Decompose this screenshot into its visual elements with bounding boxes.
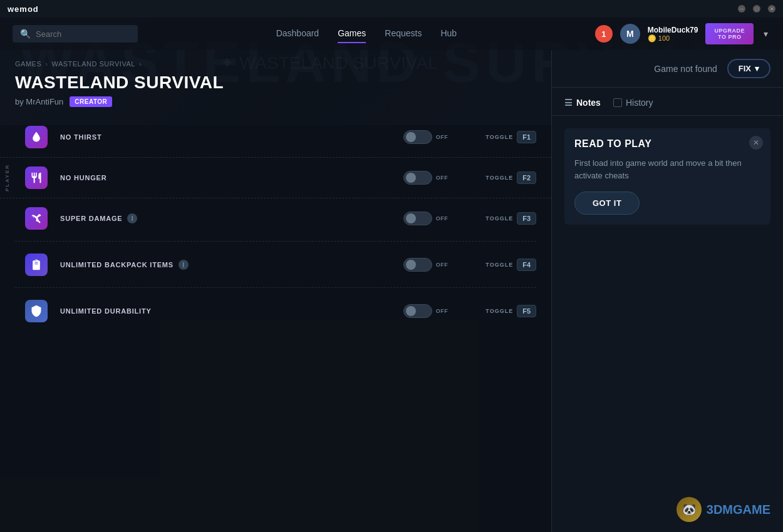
cheat-icon-unlimited-durability (25, 300, 48, 322)
chevron-down-icon[interactable]: ▾ (761, 26, 770, 41)
cheat-no-hunger: NO HUNGER OFF TOGGLE F2 (0, 158, 551, 198)
cheat-super-damage: SUPER DAMAGE i OFF TOGGLE F3 (0, 198, 551, 238)
food-icon (30, 171, 43, 184)
cheats-group-player: PLAYER NO THIRST OFF TOGGLE (0, 117, 551, 238)
got-it-button[interactable]: GOT IT (574, 192, 640, 215)
info-badge-super-damage[interactable]: i (127, 213, 137, 223)
cheat-unlimited-backpack: UNLIMITED BACKPACK ITEMS i OFF TOGGLE F4 (0, 245, 551, 285)
titlebar: wemod ─ □ ✕ (0, 0, 783, 18)
coin-icon: 🪙 (648, 34, 656, 43)
toggle-label-super-damage: OFF (436, 215, 449, 222)
rtp-title: READ TO PLAY (574, 138, 760, 150)
toggle-knob (406, 213, 416, 223)
watermark-text: 3DMGAME (707, 503, 770, 517)
navbar: 🔍 Dashboard Games Requests Hub 1 M Mobil… (0, 18, 783, 50)
user-name: MobileDuck79 (648, 26, 698, 34)
search-box[interactable]: 🔍 (13, 25, 138, 43)
hotkey-label-unlimited-durability: TOGGLE (485, 308, 513, 314)
toggle-no-thirst[interactable] (403, 130, 432, 144)
panel-tabs: ☰ Notes History (552, 88, 783, 116)
cheat-name-unlimited-durability: UNLIMITED DURABILITY (60, 307, 391, 315)
toggle-group-unlimited-durability: OFF (403, 304, 449, 318)
toggle-label-no-hunger: OFF (436, 175, 449, 181)
tab-history-label: History (626, 98, 653, 108)
toggle-label-no-thirst: OFF (436, 134, 449, 140)
game-status-bar: Game not found FIX ▾ (552, 50, 783, 88)
toggle-super-damage[interactable] (403, 212, 432, 225)
search-icon: 🔍 (20, 29, 31, 39)
hotkey-key-no-thirst[interactable]: F1 (517, 131, 536, 143)
upgrade-button[interactable]: UPGRADE TO PRO (705, 23, 754, 44)
toggle-unlimited-durability[interactable] (403, 304, 432, 318)
toggle-unlimited-backpack[interactable] (403, 258, 432, 272)
breadcrumb-separator-2: › (139, 60, 142, 68)
cheat-name-unlimited-backpack: UNLIMITED BACKPACK ITEMS i (60, 260, 391, 270)
notes-icon: ☰ (564, 98, 573, 108)
nav-links: Dashboard Games Requests Hub (276, 24, 457, 43)
creator-badge: CREATOR (70, 96, 112, 107)
game-author: by MrAntiFun CREATOR (15, 96, 536, 107)
cheat-name-super-damage: SUPER DAMAGE i (60, 213, 391, 223)
hotkey-group-super-damage: TOGGLE F3 (485, 212, 536, 225)
toggle-group-super-damage: OFF (403, 212, 449, 225)
nav-requests[interactable]: Requests (385, 24, 422, 43)
cheats-group-inventory: UNLIMITED BACKPACK ITEMS i OFF TOGGLE F4 (0, 245, 551, 285)
toggle-knob (406, 132, 416, 142)
tab-notes[interactable]: ☰ Notes (564, 98, 601, 108)
breadcrumb-games[interactable]: GAMES (15, 60, 41, 68)
tab-history[interactable]: History (613, 98, 653, 108)
cheats-container: PLAYER NO THIRST OFF TOGGLE (0, 117, 551, 331)
toggle-label-unlimited-backpack: OFF (436, 262, 449, 268)
chevron-down-icon-fix: ▾ (755, 64, 759, 73)
left-panel: GAMES › WASTELAND SURVIVAL › WASTELAND S… (0, 50, 551, 532)
hotkey-key-unlimited-backpack[interactable]: F4 (517, 258, 536, 271)
cheats-group-durability: UNLIMITED DURABILITY OFF TOGGLE F5 (0, 291, 551, 331)
cheat-icon-super-damage (25, 207, 48, 230)
rtp-close-button[interactable]: ✕ (749, 136, 763, 150)
nav-right: 1 M MobileDuck79 🪙 100 UPGRADE TO PRO ▾ (595, 23, 770, 44)
cheat-name-no-hunger: NO HUNGER (60, 174, 391, 182)
avatar[interactable]: M (620, 24, 640, 44)
cheat-name-no-thirst: NO THIRST (60, 133, 391, 141)
nav-games[interactable]: Games (338, 24, 366, 43)
toggle-group-unlimited-backpack: OFF (403, 258, 449, 272)
app-logo: wemod (8, 4, 39, 14)
breadcrumb: GAMES › WASTELAND SURVIVAL › (0, 50, 551, 68)
cheat-no-thirst: NO THIRST OFF TOGGLE F1 (0, 117, 551, 158)
watermark-logo: 🐼 (677, 497, 702, 522)
cheat-icon-no-hunger (25, 166, 48, 189)
user-coins: 🪙 100 (648, 34, 698, 43)
section-divider-1 (15, 241, 536, 242)
hotkey-label-no-thirst: TOGGLE (485, 134, 513, 140)
breadcrumb-game-name[interactable]: WASTELAND SURVIVAL (51, 60, 135, 68)
minimize-button[interactable]: ─ (738, 5, 745, 13)
game-title: WASTELAND SURVIVAL (15, 73, 536, 93)
nav-hub[interactable]: Hub (440, 24, 457, 43)
nav-dashboard[interactable]: Dashboard (276, 24, 319, 43)
watermark: 🐼 3DMGAME (677, 497, 770, 522)
cheat-unlimited-durability: UNLIMITED DURABILITY OFF TOGGLE F5 (0, 291, 551, 331)
notification-badge[interactable]: 1 (595, 25, 613, 43)
droplet-icon (30, 131, 43, 143)
backpack-icon (30, 258, 43, 271)
toggle-no-hunger[interactable] (403, 171, 432, 185)
section-divider-2 (15, 287, 536, 289)
fix-button[interactable]: FIX ▾ (727, 59, 770, 78)
sword-icon (30, 212, 43, 225)
toggle-label-unlimited-durability: OFF (436, 308, 449, 314)
toggle-group-no-thirst: OFF (403, 130, 449, 144)
hotkey-group-no-thirst: TOGGLE F1 (485, 131, 536, 143)
hotkey-key-super-damage[interactable]: F3 (517, 212, 536, 225)
hotkey-label-super-damage: TOGGLE (485, 215, 513, 222)
close-button[interactable]: ✕ (768, 5, 775, 13)
game-title-section: WASTELAND SURVIVAL by MrAntiFun CREATOR (0, 68, 551, 117)
maximize-button[interactable]: □ (753, 5, 760, 13)
info-badge-unlimited-backpack[interactable]: i (179, 260, 189, 270)
hotkey-key-unlimited-durability[interactable]: F5 (517, 305, 536, 317)
rtp-description: First load into game world and move a bi… (574, 157, 760, 182)
search-input[interactable] (36, 29, 130, 39)
hotkey-group-no-hunger: TOGGLE F2 (485, 171, 536, 184)
hotkey-label-unlimited-backpack: TOGGLE (485, 262, 513, 268)
toggle-knob (406, 306, 416, 316)
hotkey-key-no-hunger[interactable]: F2 (517, 171, 536, 184)
